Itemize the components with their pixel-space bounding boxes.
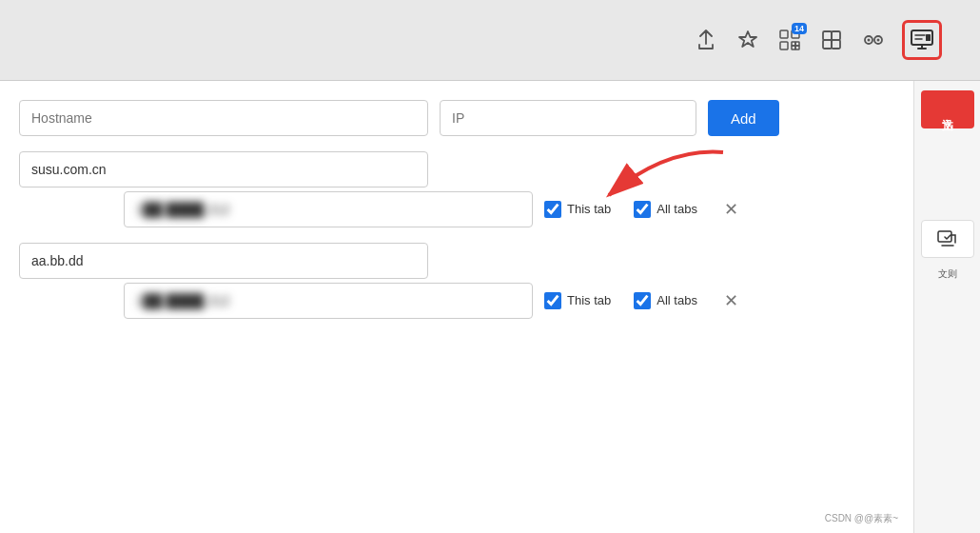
eyes-icon[interactable] [860,27,887,53]
svg-rect-2 [780,42,788,49]
grid-icon[interactable]: 14 [776,27,803,53]
delete-button-2[interactable]: ✕ [720,289,743,312]
svg-rect-8 [832,31,840,40]
svg-rect-9 [823,40,832,49]
entry-group-1: susu.com.cn 1██.████.212 This tab All ta… [19,151,894,227]
badge-count: 14 [792,23,807,34]
main-area: Add susu.com.cn 1██.████.212 This tab [0,81,980,533]
all-tabs-label-1: All tabs [657,202,697,218]
monitor-icon[interactable] [902,20,942,60]
popup-panel: Add susu.com.cn 1██.████.212 This tab [0,81,913,533]
svg-rect-16 [926,34,931,41]
all-tabs-label-2: All tabs [657,293,697,309]
all-tabs-checkbox-2[interactable]: All tabs [634,292,697,309]
this-tab-label-1: This tab [567,202,611,218]
hostname-display-1: susu.com.cn [19,151,428,188]
this-tab-check-1[interactable] [544,201,561,218]
add-entry-row: Add [19,100,894,136]
bottom-credit: CSDN @@素素~ [825,512,898,525]
ip-display-2: 1██.████.212 [124,283,533,319]
copy-icon[interactable] [818,27,845,53]
browser-toolbar: 14 [0,0,980,81]
delete-button-1[interactable]: ✕ [720,198,743,221]
sidebar-label-2: 文则 [936,266,959,283]
add-button[interactable]: Add [708,100,779,136]
share-icon[interactable] [693,27,719,53]
sidebar-item-1[interactable]: 文迅 [921,90,974,128]
svg-rect-0 [780,30,788,38]
all-tabs-check-2[interactable] [634,292,651,309]
sidebar-item-2[interactable] [921,220,974,258]
this-tab-checkbox-1[interactable]: This tab [544,201,611,218]
all-tabs-checkbox-1[interactable]: All tabs [634,201,697,218]
svg-point-14 [877,39,880,42]
ip-value-1: 1██.████.212 [136,202,229,217]
svg-rect-6 [795,42,799,46]
svg-point-13 [868,39,871,42]
ip-value-2: 1██.████.212 [136,293,229,308]
right-sidebar: 文迅 文则 [913,81,980,533]
hostname-input[interactable] [19,100,428,136]
ip-display-1: 1██.████.212 [124,191,533,227]
this-tab-label-2: This tab [567,293,611,309]
all-tabs-check-1[interactable] [634,201,651,218]
ip-row-1: 1██.████.212 This tab All tabs ✕ [124,191,894,227]
svg-rect-7 [823,31,832,40]
entry-group-2: aa.bb.dd 1██.████.212 This tab All tabs … [19,243,894,319]
this-tab-check-2[interactable] [544,292,561,309]
this-tab-checkbox-2[interactable]: This tab [544,292,611,309]
svg-rect-10 [832,40,840,49]
star-icon[interactable] [735,27,761,53]
checkbox-group-1: This tab All tabs ✕ [544,198,743,221]
ip-input[interactable] [440,100,696,136]
ip-row-2: 1██.████.212 This tab All tabs ✕ [124,283,894,319]
checkbox-group-2: This tab All tabs ✕ [544,289,743,312]
hostname-display-2: aa.bb.dd [19,243,428,279]
svg-rect-5 [792,46,795,49]
